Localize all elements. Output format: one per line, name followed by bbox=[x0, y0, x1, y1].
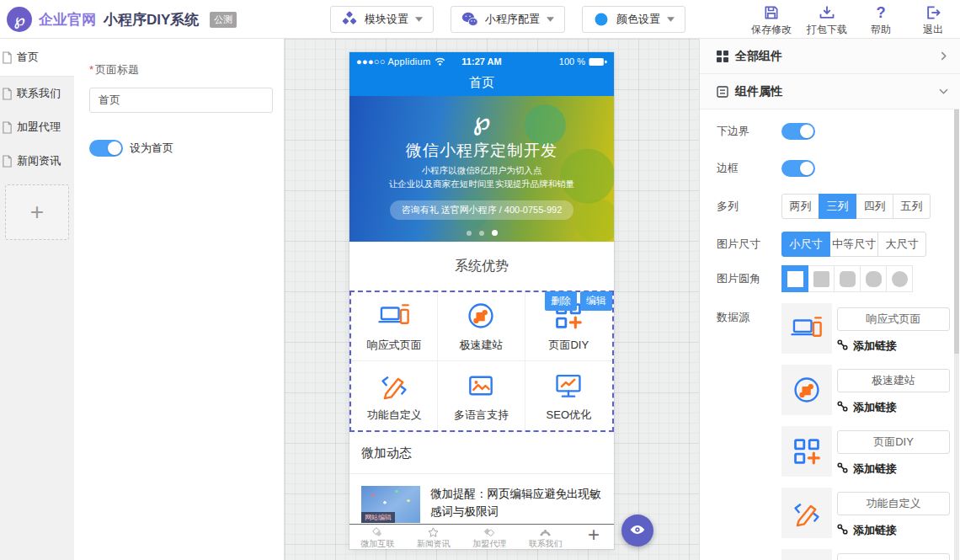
tab-brand[interactable]: 微加互联 bbox=[349, 525, 406, 549]
size-option-large[interactable]: 大尺寸 bbox=[877, 232, 926, 257]
radius-option-3[interactable] bbox=[860, 265, 887, 292]
add-link-button[interactable]: 添加链接 bbox=[837, 523, 950, 538]
cell-label: SEO优化 bbox=[547, 408, 591, 423]
border-toggle[interactable] bbox=[781, 160, 815, 177]
tab-contact[interactable]: 联系我们 bbox=[518, 525, 574, 549]
add-page-button[interactable]: + bbox=[5, 184, 69, 240]
color-settings-button[interactable]: 颜色设置 bbox=[582, 6, 685, 33]
sidebar-item-news[interactable]: 新闻资讯 bbox=[0, 144, 74, 178]
link-icon bbox=[837, 524, 848, 537]
dot-active[interactable] bbox=[492, 230, 498, 236]
dot[interactable] bbox=[467, 231, 472, 236]
cell-label: 多语言支持 bbox=[454, 408, 509, 423]
news-item[interactable]: 网站编辑 微加提醒：网页编辑应避免出现敏感词与极限词 bbox=[349, 474, 614, 524]
radius-option-1[interactable] bbox=[808, 265, 835, 292]
module-settings-button[interactable]: 模块设置 bbox=[330, 6, 434, 33]
grid-cell-seo[interactable]: SEO优化 bbox=[525, 361, 612, 430]
radius-option-4[interactable] bbox=[886, 265, 913, 292]
border-bottom-toggle[interactable] bbox=[781, 123, 815, 140]
datasource-title-input[interactable] bbox=[837, 553, 950, 560]
phone-tabbar: 微加互联 新闻资讯 加盟代理 联系我们 + bbox=[349, 524, 614, 549]
app-title-primary: 企业官网 bbox=[39, 10, 96, 29]
tab-news[interactable]: 新闻资讯 bbox=[406, 525, 462, 549]
all-components-header[interactable]: 全部组件 bbox=[700, 39, 960, 74]
action-label: 保存修改 bbox=[751, 23, 792, 37]
app-title-secondary: 小程序DIY系统 bbox=[104, 10, 199, 29]
sidebar-item-home[interactable]: 首页 bbox=[0, 39, 74, 77]
inspector-panel: 全部组件 组件属性 下边界 边框 多列 两列 三列 四列 五列 图片尺寸 bbox=[699, 39, 960, 560]
caret-down-icon bbox=[667, 17, 675, 22]
components-grid-icon bbox=[717, 51, 728, 62]
datasource-title-input[interactable] bbox=[837, 492, 950, 515]
save-button[interactable]: 保存修改 bbox=[751, 4, 792, 37]
cell-label: 极速建站 bbox=[459, 338, 503, 353]
advantages-grid: 响应式页面 极速建站 页面DIY 功能自定义 多语言支持 bbox=[349, 291, 614, 432]
custom-func-icon bbox=[781, 488, 832, 538]
hero-banner-component[interactable]: ℘ 微信小程序定制开发 小程序以微信8亿用户为切入点 让企业以及商家在短时间里实… bbox=[349, 96, 614, 242]
datasource-item: 添加链接 bbox=[781, 488, 950, 538]
grid-cell-multi-lang[interactable]: 多语言支持 bbox=[438, 361, 525, 430]
exit-button[interactable]: 退出 bbox=[915, 4, 952, 37]
component-props-header[interactable]: 组件属性 bbox=[700, 74, 960, 109]
tabbar-plus-button[interactable]: + bbox=[573, 523, 614, 550]
page-label: 加盟代理 bbox=[17, 120, 61, 135]
help-button[interactable]: ? 帮助 bbox=[862, 4, 899, 37]
hero-subtitle-2: 让企业以及商家在短时间里实现提升品牌和销量 bbox=[349, 179, 614, 190]
columns-option-three[interactable]: 三列 bbox=[819, 194, 856, 219]
columns-option-two[interactable]: 两列 bbox=[781, 194, 819, 219]
prop-label: 多列 bbox=[717, 199, 781, 214]
add-link-button[interactable]: 添加链接 bbox=[837, 400, 950, 415]
sidebar-item-contact[interactable]: 联系我们 bbox=[0, 77, 74, 110]
delete-button[interactable]: 删除 bbox=[545, 291, 577, 311]
miniprogram-config-button[interactable]: 小程序配置 bbox=[451, 6, 565, 33]
edit-button[interactable]: 编辑 bbox=[580, 291, 612, 311]
sidebar-item-agency[interactable]: 加盟代理 bbox=[0, 110, 74, 144]
datasource-item: 添加链接 bbox=[781, 365, 950, 415]
link-icon bbox=[837, 462, 848, 476]
required-mark: * bbox=[89, 63, 93, 76]
responsive-icon bbox=[378, 300, 410, 332]
size-option-small[interactable]: 小尺寸 bbox=[781, 232, 830, 257]
page-label: 首页 bbox=[17, 50, 39, 65]
radius-option-2[interactable] bbox=[834, 265, 861, 292]
prop-columns: 多列 两列 三列 四列 五列 bbox=[717, 194, 960, 219]
datasource-title-input[interactable] bbox=[837, 369, 950, 392]
radius-option-0[interactable] bbox=[781, 265, 808, 292]
advantages-component-selected[interactable]: 删除 编辑 响应式页面 极速建站 页面DIY 功能自定义 bbox=[349, 291, 614, 432]
svg-text:?: ? bbox=[876, 4, 885, 21]
add-link-button[interactable]: 添加链接 bbox=[837, 339, 950, 354]
prop-label: 数据源 bbox=[717, 303, 781, 325]
add-link-button[interactable]: 添加链接 bbox=[837, 461, 950, 477]
tab-agency[interactable]: 加盟代理 bbox=[461, 525, 518, 549]
menu-label: 模块设置 bbox=[365, 12, 408, 27]
columns-option-four[interactable]: 四列 bbox=[856, 194, 893, 219]
dot[interactable] bbox=[479, 231, 484, 236]
columns-option-five[interactable]: 五列 bbox=[893, 194, 931, 219]
modules-icon bbox=[341, 11, 358, 28]
hero-cta-pill[interactable]: 咨询有礼 送官网小程序 / 400-0755-992 bbox=[390, 200, 574, 220]
inspector-scrollbar[interactable] bbox=[954, 109, 959, 560]
header-actions: 保存修改 打包下载 ? 帮助 退出 bbox=[751, 4, 952, 37]
phone-nav-title: 首页 bbox=[349, 71, 614, 96]
page-title-input[interactable] bbox=[89, 88, 273, 113]
accordion-label: 组件属性 bbox=[735, 84, 782, 99]
set-home-label: 设为首页 bbox=[130, 141, 173, 156]
link-icon bbox=[837, 401, 848, 414]
preview-eye-button[interactable] bbox=[621, 515, 653, 547]
grid-cell-custom-func[interactable]: 功能自定义 bbox=[351, 361, 438, 430]
phone-statusbar: 11:27 AM ●●●○○ Applidium 100 % bbox=[349, 52, 614, 71]
scrollbar-thumb[interactable] bbox=[954, 109, 959, 354]
datasource-item: 添加链接 bbox=[781, 303, 950, 354]
datasource-title-input[interactable] bbox=[837, 307, 950, 331]
datasource-title-input[interactable] bbox=[837, 430, 950, 454]
set-home-toggle[interactable] bbox=[89, 140, 123, 157]
download-icon bbox=[819, 4, 835, 21]
grid-cell-fast-build[interactable]: 极速建站 bbox=[438, 292, 525, 361]
download-button[interactable]: 打包下载 bbox=[807, 4, 847, 37]
grid-cell-responsive[interactable]: 响应式页面 bbox=[351, 292, 438, 361]
tags-icon bbox=[483, 526, 496, 539]
custom-func-icon bbox=[378, 370, 410, 402]
carousel-dots[interactable] bbox=[349, 230, 614, 236]
size-option-medium[interactable]: 中等尺寸 bbox=[829, 232, 878, 257]
chevron-right-icon bbox=[939, 51, 948, 61]
